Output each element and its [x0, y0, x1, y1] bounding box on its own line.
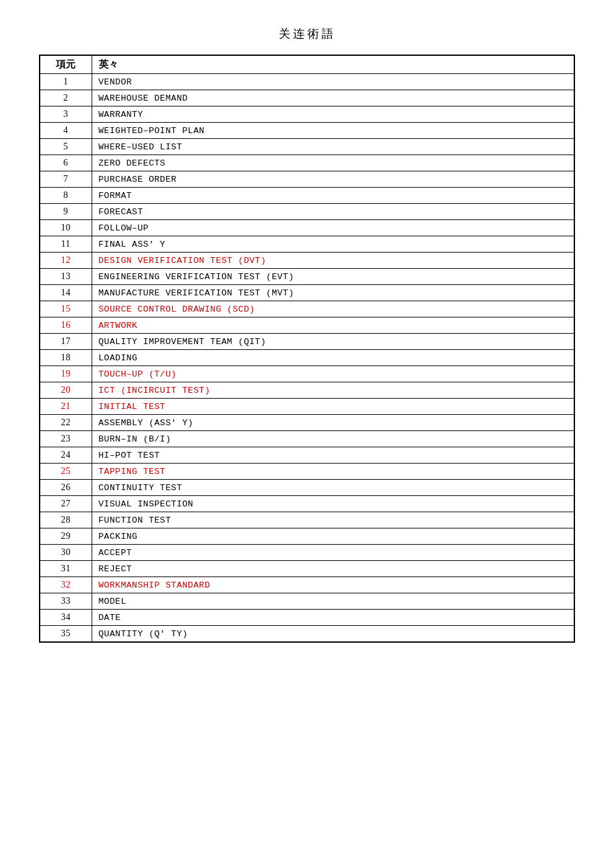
table-row: 14MANUFACTURE VERIFICATION TEST (MVT)	[40, 285, 574, 301]
table-row: 29PACKING	[40, 528, 574, 545]
cell-term: MANUFACTURE VERIFICATION TEST (MVT)	[92, 285, 574, 301]
cell-num: 26	[40, 480, 92, 496]
cell-term: WARRANTY	[92, 106, 574, 123]
table-row: 17QUALITY IMPROVEMENT TEAM (QIT)	[40, 334, 574, 350]
cell-num: 16	[40, 317, 92, 334]
cell-num: 27	[40, 496, 92, 512]
cell-num: 32	[40, 577, 92, 593]
table-row: 9FORECAST	[40, 204, 574, 220]
cell-num: 17	[40, 334, 92, 350]
cell-term: VENDOR	[92, 74, 574, 90]
cell-num: 1	[40, 74, 92, 90]
cell-term: WEIGHTED–POINT PLAN	[92, 123, 574, 139]
cell-term: ENGINEERING VERIFICATION TEST (EVT)	[92, 269, 574, 285]
cell-term: QUALITY IMPROVEMENT TEAM (QIT)	[92, 334, 574, 350]
cell-term: PACKING	[92, 528, 574, 545]
table-row: 23BURN–IN (B/I)	[40, 431, 574, 447]
cell-num: 28	[40, 512, 92, 528]
table-row: 35QUANTITY (Q' TY)	[40, 626, 574, 643]
cell-num: 5	[40, 139, 92, 155]
table-row: 13ENGINEERING VERIFICATION TEST (EVT)	[40, 269, 574, 285]
cell-num: 3	[40, 106, 92, 123]
table-row: 6ZERO DEFECTS	[40, 155, 574, 171]
table-row: 22ASSEMBLY (ASS' Y)	[40, 415, 574, 431]
cell-term: CONTINUITY TEST	[92, 480, 574, 496]
cell-num: 15	[40, 301, 92, 317]
table-header-row: 項元 英々	[40, 55, 574, 74]
cell-num: 29	[40, 528, 92, 545]
cell-num: 14	[40, 285, 92, 301]
cell-num: 34	[40, 610, 92, 626]
cell-term: DATE	[92, 610, 574, 626]
table-row: 5WHERE–USED LIST	[40, 139, 574, 155]
table-row: 3WARRANTY	[40, 106, 574, 123]
table-row: 34DATE	[40, 610, 574, 626]
table-row: 12DESIGN VERIFICATION TEST (DVT)	[40, 253, 574, 269]
page-title: 关连術語	[39, 26, 575, 42]
cell-num: 7	[40, 171, 92, 188]
cell-term: FOLLOW–UP	[92, 220, 574, 236]
table-row: 19TOUCH–UP (T/U)	[40, 366, 574, 382]
cell-term: TOUCH–UP (T/U)	[92, 366, 574, 382]
table-row: 33MODEL	[40, 593, 574, 610]
cell-num: 24	[40, 447, 92, 464]
table-row: 27VISUAL INSPECTION	[40, 496, 574, 512]
cell-term: WHERE–USED LIST	[92, 139, 574, 155]
cell-num: 12	[40, 253, 92, 269]
cell-term: MODEL	[92, 593, 574, 610]
cell-num: 9	[40, 204, 92, 220]
terms-table: 項元 英々 1VENDOR2WAREHOUSE DEMAND3WARRANTY4…	[39, 55, 575, 643]
table-row: 31REJECT	[40, 561, 574, 577]
cell-term: FORMAT	[92, 188, 574, 204]
cell-term: VISUAL INSPECTION	[92, 496, 574, 512]
cell-num: 19	[40, 366, 92, 382]
cell-term: ICT (INCIRCUIT TEST)	[92, 382, 574, 399]
table-row: 24HI–POT TEST	[40, 447, 574, 464]
table-row: 1VENDOR	[40, 74, 574, 90]
cell-num: 33	[40, 593, 92, 610]
cell-term: TAPPING TEST	[92, 464, 574, 480]
table-row: 10FOLLOW–UP	[40, 220, 574, 236]
cell-term: FINAL ASS' Y	[92, 236, 574, 253]
table-row: 16ARTWORK	[40, 317, 574, 334]
cell-term: LOADING	[92, 350, 574, 366]
table-row: 21INITIAL TEST	[40, 399, 574, 415]
table-row: 11FINAL ASS' Y	[40, 236, 574, 253]
table-row: 7PURCHASE ORDER	[40, 171, 574, 188]
cell-num: 23	[40, 431, 92, 447]
cell-term: BURN–IN (B/I)	[92, 431, 574, 447]
cell-term: ZERO DEFECTS	[92, 155, 574, 171]
cell-term: FORECAST	[92, 204, 574, 220]
table-row: 20ICT (INCIRCUIT TEST)	[40, 382, 574, 399]
cell-num: 8	[40, 188, 92, 204]
cell-term: INITIAL TEST	[92, 399, 574, 415]
cell-num: 22	[40, 415, 92, 431]
cell-num: 21	[40, 399, 92, 415]
cell-term: HI–POT TEST	[92, 447, 574, 464]
table-row: 18LOADING	[40, 350, 574, 366]
cell-term: SOURCE CONTROL DRAWING (SCD)	[92, 301, 574, 317]
cell-term: QUANTITY (Q' TY)	[92, 626, 574, 643]
cell-term: PURCHASE ORDER	[92, 171, 574, 188]
cell-num: 30	[40, 545, 92, 561]
cell-num: 4	[40, 123, 92, 139]
cell-num: 11	[40, 236, 92, 253]
cell-term: ARTWORK	[92, 317, 574, 334]
cell-num: 31	[40, 561, 92, 577]
cell-term: FUNCTION TEST	[92, 512, 574, 528]
cell-term: WORKMANSHIP STANDARD	[92, 577, 574, 593]
table-row: 8FORMAT	[40, 188, 574, 204]
cell-num: 35	[40, 626, 92, 643]
cell-term: ASSEMBLY (ASS' Y)	[92, 415, 574, 431]
table-row: 32WORKMANSHIP STANDARD	[40, 577, 574, 593]
table-row: 25TAPPING TEST	[40, 464, 574, 480]
table-row: 30ACCEPT	[40, 545, 574, 561]
cell-num: 18	[40, 350, 92, 366]
header-num: 項元	[40, 55, 92, 74]
table-row: 15SOURCE CONTROL DRAWING (SCD)	[40, 301, 574, 317]
cell-num: 20	[40, 382, 92, 399]
header-term: 英々	[92, 55, 574, 74]
cell-num: 13	[40, 269, 92, 285]
table-row: 4WEIGHTED–POINT PLAN	[40, 123, 574, 139]
cell-term: REJECT	[92, 561, 574, 577]
